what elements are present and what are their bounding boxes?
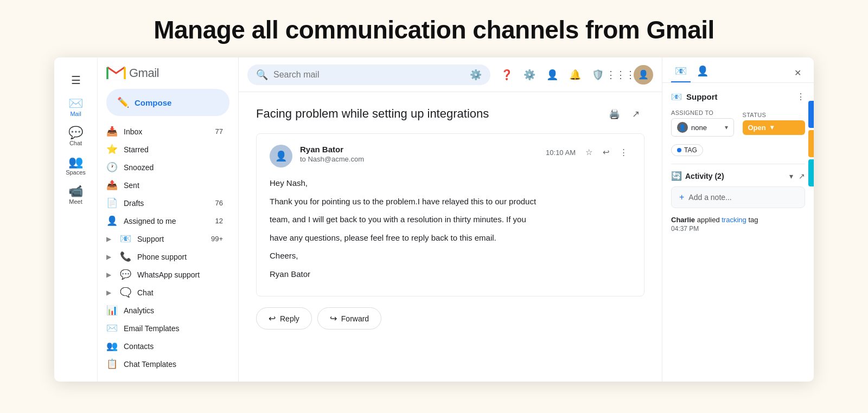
- activity-user: Charlie: [671, 216, 695, 224]
- search-bar[interactable]: 🔍 ⚙️: [247, 64, 490, 85]
- apps-button[interactable]: ⋮⋮⋮: [611, 65, 630, 85]
- sidebar-item-inbox[interactable]: 📥 Inbox 77: [98, 122, 232, 140]
- apps-icon: ⋮⋮⋮: [606, 69, 635, 81]
- activity-expand-button[interactable]: ▾: [789, 172, 793, 180]
- print-button[interactable]: 🖨️: [605, 105, 623, 122]
- chat-sidebar-label: Chat: [137, 288, 223, 297]
- shield-icon: 🛡️: [592, 69, 604, 81]
- reply-button[interactable]: ↩ Reply: [256, 307, 312, 330]
- compose-button[interactable]: ✏️ Compose: [106, 89, 229, 116]
- sidebar-item-sent[interactable]: 📤 Sent: [98, 176, 232, 194]
- compose-label: Compose: [135, 98, 171, 107]
- panel-tab-inbox[interactable]: 📧: [671, 63, 691, 82]
- search-input[interactable]: [273, 70, 464, 80]
- hamburger-icon: ☰: [71, 74, 81, 87]
- status-label: Status: [743, 112, 806, 118]
- help-button[interactable]: ❓: [497, 65, 516, 85]
- rail-item-spaces[interactable]: 👥 Spaces: [54, 151, 97, 180]
- support-more-button[interactable]: ⋮: [796, 92, 805, 102]
- sidebar-item-support[interactable]: ▶ 📧 Support 99+: [98, 230, 232, 248]
- search-filter-icon[interactable]: ⚙️: [470, 69, 482, 81]
- bell-button[interactable]: 🔔: [565, 65, 585, 85]
- assigned-to-me-count: 12: [215, 217, 223, 225]
- hamburger-button[interactable]: ☰: [54, 65, 97, 92]
- email-message-card: 👤 Ryan Bator to Nash@acme.com 10:10 AM ☆: [256, 133, 644, 296]
- topbar-icons: ❓ ⚙️ 👤 🔔 🛡️ ⋮⋮⋮ 👤: [497, 65, 653, 85]
- icon-rail: ☰ ✉️ Mail 💬 Chat 👥 Spaces 📹 Meet: [54, 57, 98, 382]
- chat-rail-label: Chat: [69, 140, 82, 146]
- assigned-to-select[interactable]: 👤 none ▾: [671, 118, 734, 137]
- add-note-button[interactable]: + Add a note...: [671, 186, 805, 208]
- email-body-line2: team, and I will get back to you with a …: [270, 212, 631, 227]
- email-templates-label: Email Templates: [124, 324, 223, 333]
- sidebar-item-contacts[interactable]: 👥 Contacts: [98, 337, 232, 355]
- sidebar-item-phone-support[interactable]: ▶ 📞 Phone support: [98, 248, 232, 266]
- starred-icon: ⭐: [106, 144, 117, 155]
- more-button[interactable]: ⋮: [616, 145, 631, 160]
- whatsapp-support-label: WhatsApp support: [137, 270, 223, 279]
- sidebar-item-email-templates[interactable]: ✉️ Email Templates: [98, 319, 232, 337]
- settings-icon: ⚙️: [524, 69, 535, 81]
- activity-external-button[interactable]: ↗: [799, 172, 805, 180]
- email-header: 👤 Ryan Bator to Nash@acme.com 10:10 AM ☆: [270, 145, 631, 167]
- support-section-header: 📧 Support ⋮: [671, 92, 805, 102]
- phone-support-arrow: ▶: [106, 253, 111, 261]
- drafts-label: Drafts: [124, 199, 209, 208]
- status-select[interactable]: Open ▾: [743, 120, 806, 135]
- people-button[interactable]: 👤: [542, 65, 562, 85]
- person-panel-icon: 👤: [697, 65, 709, 77]
- avatar-icon: 👤: [638, 69, 649, 80]
- sidebar-item-analytics[interactable]: 📊 Analytics: [98, 301, 232, 319]
- activity-header: 🔄 Activity (2) ▾ ↗: [671, 171, 805, 181]
- analytics-label: Analytics: [124, 306, 223, 315]
- sidebar-item-assigned-to-me[interactable]: 👤 Assigned to me 12: [98, 212, 232, 230]
- gmail-m-icon: [106, 66, 126, 80]
- email-subject-actions: 🖨️ ↗: [605, 105, 644, 122]
- activity-item: Charlie applied tracking tag 04:37 PM: [671, 216, 805, 233]
- drafts-count: 76: [215, 199, 223, 207]
- panel-close-button[interactable]: ✕: [790, 65, 805, 80]
- contacts-icon: 👥: [106, 340, 117, 352]
- sidebar-item-starred[interactable]: ⭐ Starred: [98, 140, 232, 158]
- forward-button[interactable]: ↪ Forward: [317, 307, 381, 330]
- support-icon: 📧: [120, 233, 131, 244]
- star-button[interactable]: ☆: [581, 145, 596, 160]
- forward-icon: ↪: [330, 313, 337, 324]
- status-select-arrow: ▾: [770, 124, 774, 131]
- edge-tab-orange[interactable]: [808, 130, 814, 157]
- shield-button[interactable]: 🛡️: [588, 65, 608, 85]
- assigned-to-me-label: Assigned to me: [124, 217, 209, 225]
- tag-label: TAG: [684, 146, 697, 154]
- inbox-icon: 📥: [106, 126, 117, 137]
- sender-name: Ryan Bator: [300, 145, 538, 154]
- tag-badge[interactable]: TAG: [671, 144, 703, 156]
- edge-tab-blue[interactable]: [808, 101, 814, 128]
- divider: [671, 164, 805, 164]
- main-area: 🔍 ⚙️ ❓ ⚙️ 👤 🔔 🛡️: [239, 57, 662, 382]
- right-panel-content: 📧 Support ⋮ Assigned to 👤 none ▾: [662, 83, 814, 382]
- search-icon: 🔍: [256, 69, 268, 81]
- sidebar-item-snoozed[interactable]: 🕐 Snoozed: [98, 158, 232, 176]
- reply-inline-button[interactable]: ↩: [598, 145, 614, 160]
- whatsapp-support-arrow: ▶: [106, 271, 111, 279]
- email-templates-icon: ✉️: [106, 322, 117, 334]
- gmail-logo: Gmail: [98, 62, 238, 89]
- sidebar-item-chat-templates[interactable]: 📋 Chat Templates: [98, 355, 232, 373]
- meet-rail-icon: 📹: [68, 185, 83, 197]
- inbox-label: Inbox: [124, 127, 209, 136]
- sidebar-item-drafts[interactable]: 📄 Drafts 76: [98, 194, 232, 212]
- status-value: Open: [748, 124, 766, 132]
- email-sign-off: Cheers,: [270, 249, 631, 263]
- panel-tab-person[interactable]: 👤: [693, 63, 712, 82]
- activity-time: 04:37 PM: [671, 225, 805, 233]
- rail-item-mail[interactable]: ✉️ Mail: [54, 92, 97, 121]
- open-in-new-button[interactable]: ↗: [627, 105, 644, 122]
- rail-item-chat[interactable]: 💬 Chat: [54, 121, 97, 151]
- edge-tab-cyan[interactable]: [808, 159, 814, 186]
- rail-item-meet[interactable]: 📹 Meet: [54, 180, 97, 209]
- user-avatar[interactable]: 👤: [634, 65, 653, 85]
- sidebar-item-chat[interactable]: ▶ 🗨️ Chat: [98, 283, 232, 301]
- settings-button[interactable]: ⚙️: [520, 65, 539, 85]
- gmail-window: ☰ ✉️ Mail 💬 Chat 👥 Spaces 📹 Meet: [54, 57, 814, 382]
- sidebar-item-whatsapp-support[interactable]: ▶ 💬 WhatsApp support: [98, 266, 232, 283]
